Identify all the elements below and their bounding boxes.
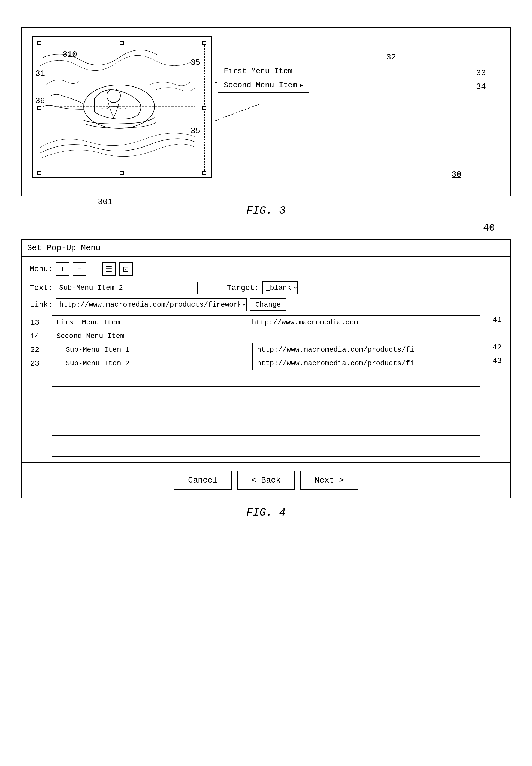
label-35a: 35: [191, 58, 200, 67]
fig4-caption: FIG. 4: [21, 506, 511, 519]
dialog-title: Set Pop-Up Menu: [22, 240, 510, 257]
fig3-outer-frame: 310 31 36 35 35 32 First Menu Item Secon…: [21, 27, 511, 197]
label-36: 36: [35, 96, 45, 105]
label-301: 301: [98, 197, 113, 207]
next-button[interactable]: Next >: [300, 471, 358, 490]
label-32: 32: [386, 53, 396, 62]
empty-row-5: [52, 436, 480, 452]
label-42: 42: [492, 343, 502, 351]
link-row: Link: http://www.macromedia.com/products…: [30, 298, 502, 311]
empty-row-1: [52, 370, 480, 387]
table-wrapper: 13 First Menu Item http://www.macromedia…: [52, 315, 480, 457]
target-select[interactable]: _blank: [262, 281, 298, 294]
text-label: Text:: [30, 284, 53, 292]
label-34: 34: [476, 82, 486, 91]
empty-row-4: [52, 419, 480, 436]
menu-toolbar-row: Menu: + − ☰ ⊡: [30, 262, 502, 276]
fig4-dialog-box: Set Pop-Up Menu Menu: + − ☰ ⊡ Text: Targ…: [21, 239, 511, 498]
table-row-submenu2: Sub-Menu Item 2 http://www.macromedia.co…: [52, 357, 480, 370]
back-button[interactable]: < Back: [237, 471, 295, 490]
table-row-14: 14 Second Menu Item: [52, 329, 480, 343]
fig3-image-frame: [32, 36, 212, 178]
cell-url-13: http://www.macromedia.com: [247, 316, 480, 329]
dialog-content: Menu: + − ☰ ⊡ Text: Target: _blank Link:…: [22, 257, 510, 462]
fig3-diagram: 300: [21, 27, 511, 217]
menu-items-table: 13 First Menu Item http://www.macromedia…: [52, 315, 480, 457]
fig4-diagram: 40 Set Pop-Up Menu Menu: + − ☰ ⊡ Text: T…: [21, 239, 511, 519]
svg-point-1: [107, 89, 120, 102]
label-14: 14: [30, 332, 40, 340]
cell-url-22: http://www.macromedia.com/products/fi: [253, 343, 480, 357]
handle-mr: [202, 106, 206, 110]
add-menu-item-button[interactable]: +: [56, 262, 69, 276]
label-23: 23: [30, 359, 40, 368]
label-41: 41: [492, 316, 502, 324]
svg-line-6: [215, 104, 259, 121]
table-row-first-menu: First Menu Item http://www.macromedia.co…: [52, 316, 480, 329]
link-label: Link:: [30, 301, 53, 309]
remove-menu-item-button[interactable]: −: [73, 262, 86, 276]
table-row-submenu1: Sub-Menu Item 1 http://www.macromedia.co…: [52, 343, 480, 357]
label-40: 40: [483, 222, 495, 234]
label-35b: 35: [191, 126, 200, 135]
label-31: 31: [35, 69, 45, 78]
indent-button[interactable]: ☰: [102, 262, 116, 276]
dialog-button-bar: Cancel < Back Next >: [22, 462, 510, 497]
cell-name-22: Sub-Menu Item 1: [52, 343, 253, 357]
empty-row-2: [52, 387, 480, 403]
empty-row-3: [52, 403, 480, 419]
change-button[interactable]: Change: [250, 299, 286, 311]
table-row-second-menu: Second Menu Item: [52, 329, 480, 343]
text-input[interactable]: [56, 282, 198, 294]
handle-tr: [202, 41, 206, 45]
popup-item-2: Second Menu Item: [218, 78, 309, 92]
cell-url-23: http://www.macromedia.com/products/fi: [253, 357, 480, 370]
handle-bl: [37, 171, 41, 175]
fig3-artwork: [40, 44, 195, 167]
cell-name-23: Sub-Menu Item 2: [52, 357, 253, 370]
cell-url-14: [247, 329, 480, 343]
link-select[interactable]: http://www.macromedia.com/products/firew…: [56, 298, 247, 311]
label-22: 22: [30, 346, 40, 354]
target-label: Target:: [227, 284, 259, 292]
label-30: 30: [452, 170, 461, 179]
label-43: 43: [492, 357, 502, 365]
popup-item-1: First Menu Item: [218, 64, 309, 78]
cell-name-14: Second Menu Item: [52, 329, 247, 343]
handle-bm: [120, 171, 124, 175]
cell-name-13: First Menu Item: [52, 316, 247, 329]
table-row-23: 23 Sub-Menu Item 2 http://www.macromedia…: [52, 357, 480, 370]
text-target-row: Text: Target: _blank: [30, 281, 502, 294]
handle-br: [202, 171, 206, 175]
label-310: 310: [62, 50, 77, 59]
menu-label: Menu:: [30, 265, 53, 273]
table-row-13: 13 First Menu Item http://www.macromedia…: [52, 316, 480, 329]
fig3-caption: FIG. 3: [21, 205, 511, 217]
cancel-button[interactable]: Cancel: [174, 471, 232, 490]
label-13: 13: [30, 318, 40, 327]
context-menu-popup: First Menu Item Second Menu Item: [218, 64, 309, 93]
table-row-22: 22 Sub-Menu Item 1 http://www.macromedia…: [52, 343, 480, 357]
outdent-button[interactable]: ⊡: [119, 262, 133, 276]
label-33: 33: [476, 68, 486, 78]
